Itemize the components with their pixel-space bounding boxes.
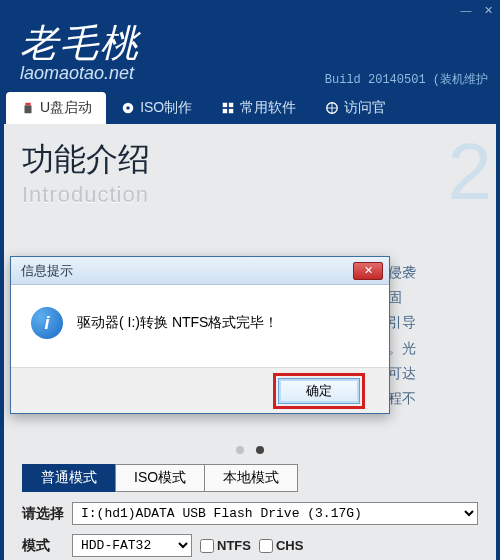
mode-tab-normal[interactable]: 普通模式	[22, 464, 116, 492]
mode-label: 模式	[22, 537, 64, 555]
usb-icon	[20, 100, 36, 116]
dialog-footer: 确定	[11, 367, 389, 413]
ntfs-label: NTFS	[217, 538, 251, 553]
build-string: Build 20140501 (装机维护	[325, 71, 488, 88]
app-header: 老毛桃 laomaotao.net Build 20140501 (装机维护	[0, 0, 500, 92]
tab-software[interactable]: 常用软件	[206, 92, 310, 124]
intro-title-cn: 功能介绍	[22, 138, 478, 182]
svg-point-3	[126, 106, 130, 110]
info-icon: i	[31, 307, 63, 339]
ok-highlight-box: 确定	[273, 373, 365, 409]
svg-rect-4	[223, 103, 227, 107]
slider-dots	[4, 440, 496, 458]
mode-tabs: 普通模式 ISO模式 本地模式	[22, 464, 297, 492]
brand-title-cn: 老毛桃	[20, 18, 480, 69]
info-dialog: 信息提示 ✕ i 驱动器( I:)转换 NTFS格式完毕！ 确定	[10, 256, 390, 414]
tab-iso[interactable]: ISO制作	[106, 92, 206, 124]
tab-label: 常用软件	[240, 99, 296, 117]
ok-button[interactable]: 确定	[278, 378, 360, 404]
tab-label: ISO制作	[140, 99, 192, 117]
tab-usb-boot[interactable]: U盘启动	[6, 92, 106, 124]
svg-rect-0	[25, 103, 30, 106]
intro-block: 功能介绍 Introduction 2	[14, 132, 486, 218]
globe-icon	[324, 100, 340, 116]
intro-title-en: Introduction	[22, 182, 478, 208]
drive-select-label: 请选择	[22, 505, 64, 523]
chs-checkbox-wrap[interactable]: CHS	[259, 538, 303, 553]
dialog-titlebar[interactable]: 信息提示 ✕	[11, 257, 389, 285]
dialog-close-button[interactable]: ✕	[353, 262, 383, 280]
disc-icon	[120, 100, 136, 116]
close-window-button[interactable]: ✕	[478, 2, 498, 18]
tab-label: 访问官	[344, 99, 386, 117]
dialog-title: 信息提示	[21, 262, 73, 280]
svg-rect-7	[229, 109, 233, 113]
mode-tab-iso[interactable]: ISO模式	[115, 464, 205, 492]
mode-tab-local[interactable]: 本地模式	[204, 464, 298, 492]
feature-snippets: 事侵袭 稳固 桃引导 径。光 盘可达 过程不	[374, 260, 484, 411]
drive-select-row: 请选择 I:(hd1)ADATA USB Flash Drive (3.17G)	[22, 502, 478, 525]
svg-rect-1	[25, 105, 32, 113]
chs-label: CHS	[276, 538, 303, 553]
apps-icon	[220, 100, 236, 116]
dialog-message: 驱动器( I:)转换 NTFS格式完毕！	[77, 314, 278, 332]
mode-select-row: 模式 HDD-FAT32 NTFS CHS	[22, 534, 478, 557]
slider-dot[interactable]	[236, 446, 244, 454]
ntfs-checkbox[interactable]	[200, 539, 214, 553]
ntfs-checkbox-wrap[interactable]: NTFS	[200, 538, 251, 553]
filesystem-select[interactable]: HDD-FAT32	[72, 534, 192, 557]
tab-website[interactable]: 访问官	[310, 92, 400, 124]
svg-rect-5	[229, 103, 233, 107]
drive-select[interactable]: I:(hd1)ADATA USB Flash Drive (3.17G)	[72, 502, 478, 525]
svg-rect-6	[223, 109, 227, 113]
slide-number: 2	[448, 126, 493, 218]
dialog-body: i 驱动器( I:)转换 NTFS格式完毕！	[11, 285, 389, 367]
chs-checkbox[interactable]	[259, 539, 273, 553]
tab-label: U盘启动	[40, 99, 92, 117]
minimize-button[interactable]: —	[456, 2, 476, 18]
slider-dot-active[interactable]	[256, 446, 264, 454]
main-nav: U盘启动 ISO制作 常用软件 访问官	[0, 92, 500, 124]
